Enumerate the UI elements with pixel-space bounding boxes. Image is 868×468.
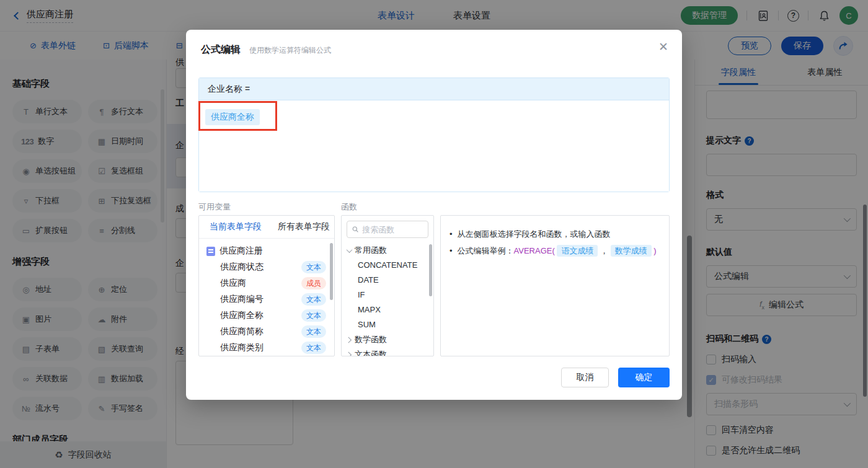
function-group-common[interactable]: 常用函数 [342,243,433,258]
app-window: 供应商注册 表单设计 表单设置 数据管理 ? C ⊘ 表单外链 ⊡ [0,0,868,468]
hint-panel: •从左侧面板选择字段名和函数，或输入函数 •公式编辑举例：AVERAGE( 语文… [440,215,670,356]
type-badge: 文本 [301,261,326,273]
caret-closed-icon [345,337,352,343]
formula-edit-modal: 公式编辑 使用数学运算符编辑公式 ✕ 企业名称 = 供应商全称 可用变量 函数 … [186,30,682,400]
type-badge: 文本 [301,325,326,338]
variables-tree: 供应商注册 供应商状态 文本 供应商 成员 供应商编号 文本 供应商全称 文本 [199,239,334,356]
function-item[interactable]: DATE [342,273,433,288]
variable-row[interactable]: 供应商编号 文本 [199,291,334,307]
tab-current-form-fields[interactable]: 当前表单字段 [210,221,262,232]
tree-root-form[interactable]: 供应商注册 [199,243,334,259]
variables-panel: 当前表单字段 所有表单字段 供应商注册 供应商状态 文本 供应商 成员 供应商编… [198,215,335,356]
caret-closed-icon [345,351,352,356]
example-chip: 数学成绩 [611,245,652,257]
functions-scrollbar[interactable] [429,244,432,296]
type-badge: 文本 [301,342,326,354]
type-badge: 成员 [301,277,326,289]
hint-line-1: •从左侧面板选择字段名和函数，或输入函数 [450,226,660,242]
close-icon[interactable]: ✕ [658,41,668,53]
example-comma: ， [600,246,608,255]
function-item[interactable]: IF [342,288,433,302]
formula-field-chip[interactable]: 供应商全称 [205,109,260,125]
function-group-text[interactable]: 文本函数 [342,347,433,356]
bullet-icon: • [450,246,453,255]
type-badge: 文本 [301,309,326,322]
bullet-icon: • [450,229,453,239]
variables-label: 可用变量 [198,201,231,213]
formula-target: 企业名称 = [199,78,669,100]
functions-label: 函数 [341,201,357,213]
modal-title: 公式编辑 [201,43,241,56]
function-item[interactable]: SUM [342,317,433,332]
modal-subtitle: 使用数学运算符编辑公式 [249,45,331,56]
cancel-button[interactable]: 取消 [561,368,609,387]
hint-line-2: •公式编辑举例：AVERAGE( 语文成绩 ， 数学成绩 ) [450,242,660,259]
functions-panel: 常用函数 CONCATENATE DATE IF MAPX SUM 数学函数 文… [341,215,434,356]
hint-content: •从左侧面板选择字段名和函数，或输入函数 •公式编辑举例：AVERAGE( 语文… [441,216,669,269]
function-group-math[interactable]: 数学函数 [342,332,433,347]
formula-input-area[interactable]: 供应商全称 [199,100,669,192]
tab-all-form-fields[interactable]: 所有表单字段 [278,221,330,232]
function-item[interactable]: MAPX [342,302,433,317]
search-icon [352,226,358,233]
formula-editor: 企业名称 = 供应商全称 [198,77,670,192]
variable-row[interactable]: 供应商状态 文本 [199,259,334,275]
variables-tabs: 当前表单字段 所有表单字段 [199,216,334,239]
function-tree: 常用函数 CONCATENATE DATE IF MAPX SUM 数学函数 文… [342,243,433,356]
function-search-input[interactable] [362,225,423,234]
type-badge: 文本 [301,293,326,306]
variable-row[interactable]: 供应商 成员 [199,275,334,291]
variable-row[interactable]: 供应商类别 文本 [199,340,334,356]
function-item[interactable]: CONCATENATE [342,258,433,273]
form-doc-icon [206,247,215,256]
caret-open-icon [347,247,353,253]
example-function-close: ) [653,246,656,255]
function-search [347,221,428,238]
example-function-open: AVERAGE( [514,246,555,255]
example-chip: 语文成绩 [557,245,598,257]
modal-header: 公式编辑 使用数学运算符编辑公式 [186,30,682,56]
confirm-button[interactable]: 确定 [618,368,670,387]
variables-scrollbar[interactable] [330,243,333,300]
variable-row[interactable]: 供应商简称 文本 [199,324,334,340]
variable-row[interactable]: 供应商全称 文本 [199,307,334,324]
